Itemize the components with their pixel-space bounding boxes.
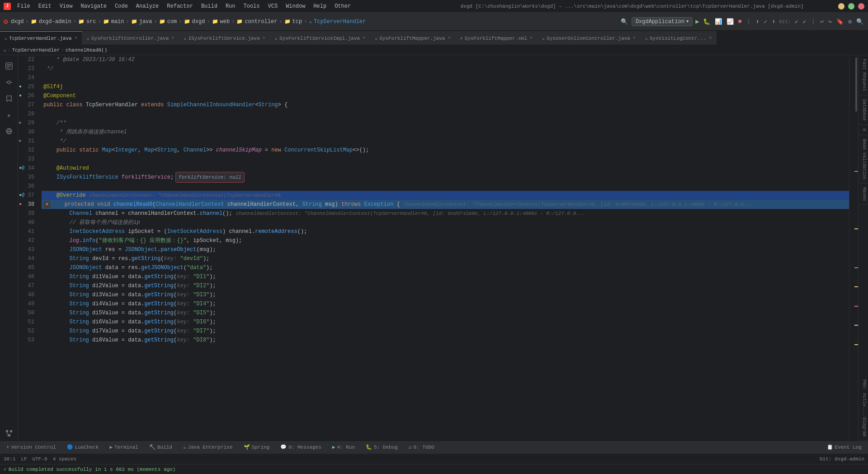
branch-name[interactable]: dxgd-admin [39, 19, 71, 25]
run-button[interactable]: ▶ [695, 18, 699, 25]
coverage-button[interactable]: 📈 [726, 17, 735, 26]
run-tool[interactable]: ▶ 4: Run [330, 443, 358, 451]
dxgd-crumb[interactable]: dxgd [192, 19, 205, 25]
breakpoint-icon[interactable]: ● [43, 201, 51, 208]
menu-refactor[interactable]: Refactor [163, 2, 197, 10]
indent-settings[interactable]: 4 spaces [53, 456, 77, 462]
panel-fast-request[interactable]: Fast Request [859, 55, 868, 95]
tab-sysforkliftcontroller[interactable]: ☕ SysForkliftController.java × [82, 31, 179, 45]
bookmark-icon[interactable]: 🔖 [835, 17, 844, 26]
redo-icon[interactable]: ↪ [827, 17, 833, 26]
debug-tool[interactable]: 🐛 5: Debug [363, 443, 401, 451]
menu-window[interactable]: Window [282, 2, 309, 10]
tab-close-icon4[interactable]: × [363, 36, 365, 41]
debug-button[interactable]: 🐛 [702, 17, 711, 26]
menu-help[interactable]: Help [310, 2, 330, 10]
menu-tools[interactable]: Tools [240, 2, 264, 10]
project-name[interactable]: dxgd [11, 19, 24, 25]
code-line-39: Channel channel = channelHandlerContext.… [42, 209, 849, 218]
java-crumb[interactable]: java [139, 19, 152, 25]
tcp-crumb[interactable]: tcp [292, 19, 302, 25]
close-button[interactable] [858, 3, 864, 9]
path-class[interactable]: TcpServerHandler [12, 47, 60, 53]
tab-sysforkliftserviceimpl[interactable]: ☕ SysForkliftServiceImpl.java × [270, 31, 370, 45]
main-crumb[interactable]: main [111, 19, 124, 25]
messages-tool[interactable]: 💬 0: Messages [278, 443, 324, 451]
menu-other[interactable]: Other [331, 2, 354, 10]
panel-bean-validation[interactable]: Bean Validation [859, 135, 868, 184]
minimize-button[interactable] [838, 3, 844, 9]
src-crumb[interactable]: src [86, 19, 96, 25]
lua-check-tool[interactable]: 🔵 LuaCheck [64, 443, 102, 451]
tab-sysforkliftmapperxml[interactable]: ⚡ SysForkliftMapper.xml × [455, 31, 538, 45]
tab-close-icon6[interactable]: × [530, 36, 533, 41]
git-ok-icon[interactable]: ✓ [802, 17, 807, 26]
sidebar-web-icon[interactable] [2, 124, 16, 138]
panel-pnv[interactable]: PNV: Activ...-Diagram [859, 376, 868, 441]
tab-close-icon3[interactable]: × [263, 36, 265, 41]
menu-navigate[interactable]: Navigate [77, 2, 110, 10]
tab-sysuseronlinecontroller[interactable]: ☕ SysUserOnlineController.java × [538, 31, 641, 45]
panel-database[interactable]: Database [859, 95, 868, 125]
web-crumb[interactable]: web [220, 19, 230, 25]
settings-icon[interactable]: ⚙ [847, 17, 853, 26]
scrollbar-track[interactable] [849, 55, 858, 441]
menu-analyze[interactable]: Analyze [132, 2, 162, 10]
search-everywhere-icon[interactable]: 🔍 [620, 17, 629, 26]
menu-code[interactable]: Code [111, 2, 132, 10]
menu-vcs[interactable]: VCS [264, 2, 282, 10]
encoding[interactable]: UTF-8 [33, 456, 47, 462]
menu-file[interactable]: File [14, 2, 34, 10]
git-branch-status[interactable]: Git: dxgd-admin [820, 456, 864, 462]
spring-tool[interactable]: 🌱 Spring [241, 443, 273, 451]
tab-close-icon7[interactable]: × [633, 36, 636, 41]
menu-view[interactable]: View [56, 2, 76, 10]
event-log-tool[interactable]: 📋 Event Log [824, 443, 864, 451]
cursor-position[interactable]: 38:1 [4, 456, 15, 462]
tab-close-icon[interactable]: × [75, 36, 77, 41]
tab-close-icon8[interactable]: × [709, 36, 712, 41]
sidebar-bookmark-icon[interactable] [2, 91, 16, 106]
tab-close-icon5[interactable]: × [448, 36, 450, 41]
profile-button[interactable]: 📊 [714, 17, 723, 26]
tab-sysforkliftmapper[interactable]: ☕ SysForkliftMapper.java × [370, 31, 455, 45]
version-control-tool[interactable]: ⬆ Version Control [4, 443, 59, 451]
tab-isysforkliftservice[interactable]: ☕ ISysForkliftService.java × [179, 31, 270, 45]
code-editor[interactable]: 22 23 24 ● 25 ● 26 27 28 ▶ 29 30 ▶ 31 [18, 55, 858, 441]
controller-crumb[interactable]: controller [245, 19, 277, 25]
undo-icon[interactable]: ↩ [820, 17, 825, 26]
build-tool[interactable]: 🔨 Build [146, 443, 175, 451]
sidebar-structure-icon[interactable] [2, 426, 16, 441]
menu-edit[interactable]: Edit [35, 2, 55, 10]
run-config-selector[interactable]: DxgdApplication ▼ [632, 17, 693, 26]
todo-tool[interactable]: ☑ 6: TODO [406, 443, 437, 451]
git-check-icon[interactable]: ✓ [794, 17, 799, 26]
file-crumb[interactable]: TcpServerHandler [314, 19, 366, 25]
git-commit-icon[interactable]: ✓ [763, 17, 769, 26]
com-crumb[interactable]: com [167, 19, 177, 25]
tab-tcpserverhandler[interactable]: ☕ TcpServerHandler.java × [0, 31, 82, 45]
controller-icon: 📁 [236, 19, 243, 24]
sidebar-star-icon[interactable]: ★ [2, 108, 16, 122]
code-content[interactable]: * @date 2023/11/30 16:42 */ @Slf4j @Comp… [42, 55, 849, 441]
sidebar-project-icon[interactable] [2, 59, 16, 73]
terminal-tool[interactable]: ▶ Terminal [107, 443, 141, 451]
maximize-button[interactable] [848, 3, 854, 9]
java-enterprise-tool[interactable]: ☕ Java Enterprise [180, 443, 236, 451]
menu-build[interactable]: Build [198, 2, 221, 10]
git-update-icon[interactable]: ⬇ [755, 17, 760, 26]
menu-run[interactable]: Run [222, 2, 239, 10]
panel-maven[interactable]: Maven [859, 184, 868, 205]
tab-close-icon2[interactable]: × [171, 36, 174, 41]
search-icon[interactable]: 🔍 [855, 17, 864, 26]
git-push-icon[interactable]: ⬆ [771, 17, 776, 26]
panel-m[interactable]: m [859, 125, 868, 135]
path-method[interactable]: channelRead0() [66, 47, 107, 53]
tab-sysvisitlogcontr[interactable]: ☕ SysVisitLogContr... × [641, 31, 717, 45]
scroll-thumb[interactable] [855, 57, 857, 112]
code-line-43: JSONObject res = JSONObject . parseObjec… [42, 245, 849, 254]
line-ending[interactable]: LF [21, 456, 27, 462]
sidebar-commit-icon[interactable] [2, 75, 16, 90]
line-num-36: 36 [18, 182, 38, 191]
stop-button[interactable]: ■ [737, 17, 743, 26]
